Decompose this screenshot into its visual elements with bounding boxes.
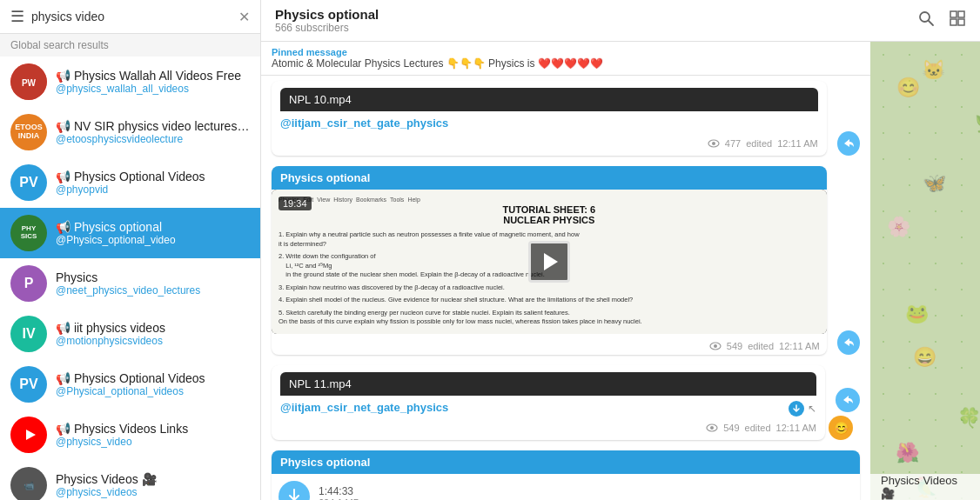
wallpaper-emoji: 🍀 — [957, 407, 980, 430]
edited-label: edited — [748, 341, 774, 351]
emoji-reaction: 😊 — [829, 416, 853, 440]
eye-icon — [708, 139, 720, 148]
physics-videos-label: Physics Videos 🎥 — [881, 474, 970, 500]
svg-point-11 — [712, 142, 715, 145]
edited-label: edited — [746, 138, 772, 149]
bottom-status: Physics Videos 🎥 — [870, 474, 980, 500]
contact-item[interactable]: PV 📢 Physics Optional Videos @Physical_o… — [0, 359, 260, 410]
message-row: NPL 11.mp4 @iitjam_csir_net_gate_physics… — [272, 365, 860, 440]
message-row: Physics optional PhysicsEditViewHistoryB… — [272, 166, 860, 355]
download-time: 1:44:33 — [319, 485, 359, 497]
wallpaper-emoji: 🐸 — [905, 303, 929, 325]
contact-handle: @physics_video — [56, 436, 188, 448]
contact-item[interactable]: 📹 Physics Videos 🎥 @physics_videos — [0, 460, 260, 500]
message-bubble: NPL 10.mp4 @iitjam_csir_net_gate_physics… — [272, 81, 827, 156]
eye-icon — [706, 423, 718, 432]
avatar: ETOOSINDIA — [10, 114, 47, 150]
contact-name: Physics — [56, 270, 200, 284]
right-panel: Physics optional 566 subscribers — [261, 0, 980, 500]
message-container: Physics optional PhysicsEditViewHistoryB… — [261, 161, 870, 360]
pinned-content: Atomic & Molecular Physics Lectures 👇👇👇 … — [272, 57, 860, 70]
contact-handle: @phyopvid — [56, 183, 205, 196]
left-panel: ☰ ✕ Global search results PW 📢 Physics W… — [0, 0, 261, 500]
messages-area: Pinned message Atomic & Molecular Physic… — [261, 42, 870, 500]
download-sender: Physics optional — [272, 450, 860, 474]
message-bubble: NPL 11.mp4 @iitjam_csir_net_gate_physics… — [272, 365, 825, 440]
contact-item[interactable]: P Physics @neet_physics_video_lectures — [0, 258, 260, 309]
contact-item[interactable]: PW 📢 Physics Wallah All Videos Free @phy… — [0, 57, 260, 107]
timestamp: 12:11 AM — [779, 341, 819, 351]
contact-list: PW 📢 Physics Wallah All Videos Free @phy… — [0, 57, 260, 500]
contact-info: 📢 NV SIR physics video lectures 🔥 😂 @eto… — [56, 119, 250, 145]
contact-handle: @motionphysicsvideos — [56, 335, 165, 347]
download-bubble: 1:44:33 604.1 MB — [272, 474, 860, 501]
svg-rect-8 — [950, 19, 957, 25]
play-button[interactable] — [528, 241, 570, 283]
contact-name: 📢 iit physics videos — [56, 321, 165, 335]
message-container: Physics optional 1:44:33 604.1 MB — [261, 445, 870, 501]
message-meta: 477 edited 12:11 AM — [280, 138, 818, 149]
contact-info: 📢 Physics Videos Links @physics_video — [56, 422, 188, 448]
contact-name: 📢 Physics Wallah All Videos Free — [56, 69, 241, 83]
svg-text:PW: PW — [22, 78, 37, 88]
wallpaper-pattern — [870, 42, 980, 500]
avatar — [10, 417, 47, 453]
message-meta: 549 edited 12:11 AM — [272, 337, 827, 355]
wallpaper-emoji: 🦋 — [923, 172, 946, 195]
svg-rect-9 — [958, 19, 964, 25]
contact-name: 📢 Physics Videos Links — [56, 422, 188, 436]
contact-info: Physics Videos 🎥 @physics_videos — [56, 472, 157, 498]
pinned-label: Pinned message — [272, 47, 860, 57]
timestamp: 12:11 AM — [777, 138, 817, 149]
avatar: 📹 — [10, 467, 47, 500]
contact-handle: @physics_videos — [56, 486, 157, 498]
wallpaper-emoji: 😄 — [913, 346, 936, 369]
contact-info: 📢 Physics Optional Videos @phyopvid — [56, 170, 205, 196]
search-icon[interactable] — [917, 10, 935, 31]
timestamp: 12:11 AM — [776, 423, 816, 433]
forward-button[interactable] — [837, 330, 860, 355]
contact-handle: @Physical_optional_videos — [56, 385, 205, 397]
avatar: PHYSICS — [10, 215, 47, 251]
contact-name: 📢 Physics Optional Videos — [56, 170, 205, 183]
download-icon[interactable] — [279, 481, 310, 501]
forward-button[interactable] — [837, 131, 860, 156]
svg-rect-7 — [958, 11, 964, 17]
download-info: 1:44:33 604.1 MB — [319, 485, 359, 501]
search-input[interactable] — [31, 10, 232, 23]
wallpaper-panel: 😊 🌿 🐱 🦋 🌸 🐸 😄 🍀 🌺 🦜 Physics Videos 🎥 — [870, 42, 980, 500]
chat-body: Pinned message Atomic & Molecular Physic… — [261, 42, 980, 500]
contact-item[interactable]: ETOOSINDIA 📢 NV SIR physics video lectur… — [0, 107, 260, 157]
download-size: 604.1 MB — [319, 497, 359, 501]
contact-item-active[interactable]: PHYSICS 📢 Physics optional @Physics_opti… — [0, 208, 260, 258]
forward-button[interactable] — [836, 388, 860, 412]
search-bar: ☰ ✕ — [0, 0, 260, 34]
download-indicator — [789, 401, 804, 417]
message-bubble-download: Physics optional 1:44:33 604.1 MB — [272, 450, 860, 501]
message-row: Physics optional 1:44:33 604.1 MB — [272, 450, 860, 501]
npl-filename: NPL 11.mp4 — [280, 372, 816, 396]
avatar: PV — [10, 366, 47, 403]
message-container: NPL 10.mp4 @iitjam_csir_net_gate_physics… — [261, 76, 870, 161]
svg-point-13 — [714, 344, 717, 348]
contact-item[interactable]: IV 📢 iit physics videos @motionphysicsvi… — [0, 309, 260, 359]
contact-handle: @etoosphysicsvideolecture — [56, 133, 250, 145]
svg-rect-6 — [950, 11, 957, 17]
layout-icon[interactable] — [949, 10, 966, 31]
contact-item[interactable]: 📢 Physics Videos Links @physics_video — [0, 410, 260, 460]
contact-item[interactable]: PV 📢 Physics Optional Videos @phyopvid — [0, 157, 260, 208]
search-clear-icon[interactable]: ✕ — [238, 9, 250, 25]
avatar: IV — [10, 316, 47, 352]
pinned-message[interactable]: Pinned message Atomic & Molecular Physic… — [261, 42, 870, 76]
wallpaper-emoji: 😊 — [896, 77, 920, 99]
tutorial-header: TUTORIAL SHEET: 6 NUCLEAR PHYSICS — [279, 204, 820, 225]
view-count: 477 — [725, 138, 741, 149]
wallpaper-emoji: 🌸 — [887, 216, 910, 238]
global-search-label: Global search results — [0, 34, 260, 57]
hamburger-icon[interactable]: ☰ — [10, 7, 24, 26]
contact-name: 📢 Physics optional — [56, 220, 176, 234]
video-container[interactable]: PhysicsEditViewHistoryBookmarksToolsHelp… — [272, 190, 827, 334]
contact-name: Physics Videos 🎥 — [56, 472, 157, 486]
avatar: PW — [10, 63, 47, 100]
svg-point-4 — [920, 12, 930, 22]
